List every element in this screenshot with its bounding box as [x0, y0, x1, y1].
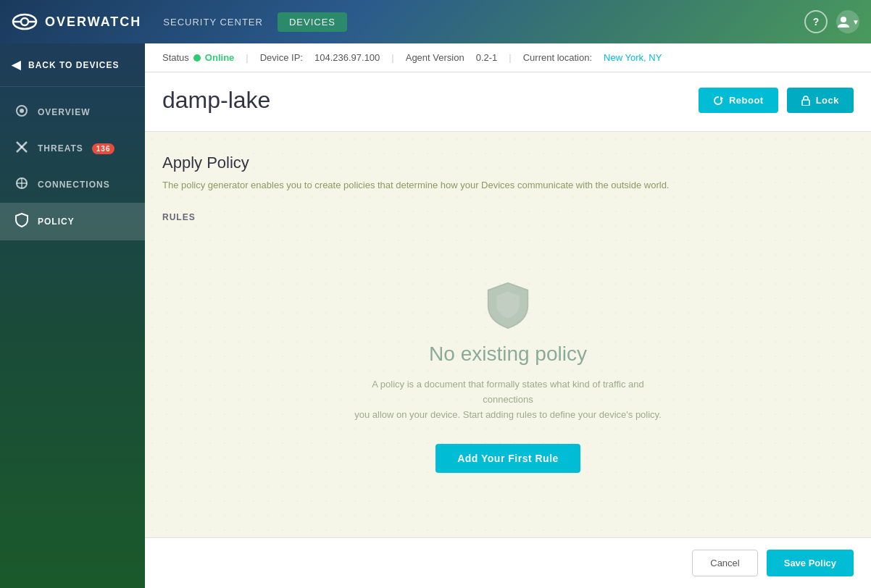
empty-policy-title: No existing policy — [429, 343, 587, 366]
status-label: Status — [162, 52, 189, 63]
threats-icon — [14, 140, 29, 156]
footer-actions: Cancel Save Policy — [145, 537, 871, 588]
connections-icon — [14, 177, 29, 193]
nav-links: SECURITY CENTER DEVICES — [163, 12, 804, 32]
connections-label: CONNECTIONS — [38, 180, 110, 190]
reboot-icon — [713, 96, 723, 106]
user-icon — [836, 14, 851, 29]
security-center-link[interactable]: SECURITY CENTER — [163, 17, 263, 28]
devices-link[interactable]: DEVICES — [278, 12, 347, 32]
empty-state: No existing policy A policy is a documen… — [162, 237, 854, 516]
device-name: damp-lake — [162, 87, 270, 114]
policy-title: Apply Policy — [162, 154, 854, 172]
content-area: Status Online | Device IP: 104.236.97.10… — [145, 43, 871, 588]
back-to-devices-button[interactable]: ◀ BACK TO DEVICES — [0, 43, 145, 87]
status-indicator: Status Online — [162, 52, 234, 63]
lock-button[interactable]: Lock — [787, 88, 854, 113]
svg-point-4 — [841, 17, 846, 22]
logo-icon — [12, 9, 38, 35]
main-layout: ◀ BACK TO DEVICES OVERVIEW — [0, 43, 871, 588]
policy-icon — [14, 213, 29, 230]
policy-content: Apply Policy The policy generator enable… — [145, 132, 871, 537]
add-first-rule-button[interactable]: Add Your First Rule — [436, 444, 580, 473]
policy-description: The policy generator enables you to crea… — [162, 180, 854, 190]
svg-rect-13 — [802, 100, 809, 106]
overview-label: OVERVIEW — [38, 107, 90, 117]
logo-text: OVERWATCH — [45, 14, 141, 30]
cancel-button[interactable]: Cancel — [692, 550, 757, 576]
overview-icon — [14, 104, 29, 120]
sidebar-item-threats[interactable]: THREATS 136 — [0, 130, 145, 167]
rules-label: RULES — [162, 212, 854, 222]
logo-area: OVERWATCH — [12, 9, 141, 35]
threats-label: THREATS — [38, 143, 83, 154]
policy-label: POLICY — [38, 217, 75, 227]
user-menu-button[interactable]: ▼ — [836, 10, 859, 33]
sep3: | — [509, 52, 511, 63]
current-location-label: Current location: — [523, 52, 592, 63]
nav-right: ? ▼ — [804, 10, 859, 33]
header-actions: Reboot Lock — [699, 88, 854, 113]
sep1: | — [246, 52, 248, 63]
svg-point-1 — [21, 18, 28, 25]
device-ip-label: Device IP: — [260, 52, 303, 63]
agent-version-value: 0.2-1 — [476, 52, 498, 63]
back-arrow-icon: ◀ — [12, 58, 21, 72]
save-policy-button[interactable]: Save Policy — [767, 550, 854, 576]
sep2: | — [391, 52, 393, 63]
sidebar: ◀ BACK TO DEVICES OVERVIEW — [0, 43, 145, 588]
status-dot — [193, 54, 201, 62]
status-value: Online — [205, 52, 234, 63]
back-label: BACK TO DEVICES — [28, 60, 119, 70]
lock-icon — [801, 96, 810, 106]
agent-version-label: Agent Version — [406, 52, 464, 63]
threats-badge: 136 — [92, 143, 115, 154]
help-button[interactable]: ? — [804, 10, 828, 33]
device-header: damp-lake Reboot Lock — [145, 72, 871, 132]
sidebar-item-connections[interactable]: CONNECTIONS — [0, 167, 145, 203]
current-location-value[interactable]: New York, NY — [604, 52, 662, 63]
reboot-button[interactable]: Reboot — [699, 88, 778, 113]
sidebar-item-policy[interactable]: POLICY — [0, 203, 145, 240]
empty-shield-icon — [485, 280, 531, 331]
sidebar-item-overview[interactable]: OVERVIEW — [0, 94, 145, 130]
top-nav: OVERWATCH SECURITY CENTER DEVICES ? ▼ — [0, 0, 871, 43]
sidebar-nav: OVERVIEW THREATS 136 — [0, 87, 145, 248]
device-ip-value: 104.236.97.100 — [314, 52, 380, 63]
status-bar: Status Online | Device IP: 104.236.97.10… — [145, 43, 871, 72]
empty-policy-description: A policy is a document that formally sta… — [349, 377, 667, 422]
svg-point-6 — [20, 109, 24, 113]
